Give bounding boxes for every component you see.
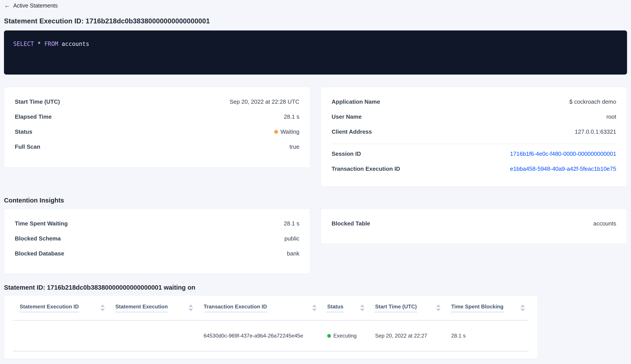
blocked-database-label: Blocked Database xyxy=(15,250,64,257)
application-name-row: Application Name $ cockroach demo xyxy=(332,98,616,105)
blocked-table-value: accounts xyxy=(593,220,616,227)
waiting-on-heading: Statement ID: 1716b218dc0b38380000000000… xyxy=(4,283,627,292)
blocked-table-card: Blocked Table accounts xyxy=(321,209,627,244)
card-divider xyxy=(332,144,616,144)
transaction-execution-id-link[interactable]: e1bba458-5948-40a9-a42f-5feac1b10e75 xyxy=(510,166,616,172)
transaction-execution-id-row: Transaction Execution ID e1bba458-5948-4… xyxy=(332,166,616,172)
cell-statement-execution xyxy=(109,320,197,351)
session-id-label: Session ID xyxy=(332,150,361,157)
back-arrow-icon: ← xyxy=(4,2,10,8)
sql-text: accounts xyxy=(58,40,89,47)
contention-insights-heading: Contention Insights xyxy=(4,196,627,205)
column-header-time-spent-blocking[interactable]: Time Spent Blocking xyxy=(444,296,529,320)
sort-icon[interactable] xyxy=(360,304,364,311)
cell-start-time: Sep 20, 2022 at 22:27 xyxy=(368,320,444,351)
start-time-row: Start Time (UTC) Sep 20, 2022 at 22:28 U… xyxy=(15,98,300,105)
contention-insights-row: Time Spent Waiting 28.1 s Blocked Schema… xyxy=(4,209,627,274)
client-address-value: 127.0.0.1:63321 xyxy=(575,128,616,135)
execution-details-row: Start Time (UTC) Sep 20, 2022 at 22:28 U… xyxy=(4,87,627,187)
column-label: Statement Execution ID xyxy=(20,304,79,312)
sql-statement-box: SELECT * FROM accounts xyxy=(4,30,627,74)
application-name-label: Application Name xyxy=(332,98,380,105)
sql-keyword: FROM xyxy=(44,40,58,47)
time-spent-waiting-value: 28.1 s xyxy=(284,220,300,227)
contention-insights-card: Time Spent Waiting 28.1 s Blocked Schema… xyxy=(4,209,310,274)
sql-text: * xyxy=(34,40,44,47)
session-card: Application Name $ cockroach demo User N… xyxy=(321,87,627,187)
status-text: Waiting xyxy=(280,128,300,135)
waiting-on-table: Statement Execution ID Statement Executi… xyxy=(13,296,529,352)
page-title: Statement Execution ID: 1716b218dc0b3838… xyxy=(4,17,627,26)
back-link-label: Active Statements xyxy=(13,2,58,9)
sort-icon[interactable] xyxy=(436,304,440,311)
cell-statement-execution-id xyxy=(13,320,109,351)
cell-transaction-execution-id: 64530d0c-969f-437e-a9b4-26a72245e45e xyxy=(197,320,320,351)
blocked-schema-row: Blocked Schema public xyxy=(15,236,300,242)
full-scan-value: true xyxy=(290,144,300,150)
client-address-row: Client Address 127.0.0.1:63321 xyxy=(332,128,616,135)
start-time-value: Sep 20, 2022 at 22:28 UTC xyxy=(230,98,300,105)
time-spent-waiting-row: Time Spent Waiting 28.1 s xyxy=(15,220,300,226)
status-waiting-dot-icon xyxy=(274,130,278,134)
elapsed-time-row: Elapsed Time 28.1 s xyxy=(15,114,300,120)
session-id-row: Session ID 1716b1f6-4e0c-f480-0000-00000… xyxy=(332,151,616,157)
column-label: Time Spent Blocking xyxy=(451,304,504,312)
cell-status: Executing xyxy=(320,320,368,351)
full-scan-label: Full Scan xyxy=(15,144,40,150)
column-header-statement-execution-id[interactable]: Statement Execution ID xyxy=(13,296,109,320)
elapsed-time-value: 28.1 s xyxy=(284,114,300,120)
elapsed-time-label: Elapsed Time xyxy=(15,114,52,120)
column-header-statement-execution[interactable]: Statement Execution xyxy=(109,296,197,320)
sql-statement: SELECT * FROM accounts xyxy=(13,40,89,47)
back-link[interactable]: ← Active Statements xyxy=(4,2,627,9)
status-value: Waiting xyxy=(274,128,300,135)
transaction-execution-id-label: Transaction Execution ID xyxy=(332,166,400,172)
table-header-row: Statement Execution ID Statement Executi… xyxy=(13,296,529,320)
status-label: Status xyxy=(15,128,32,135)
status-row: Status Waiting xyxy=(15,128,300,135)
blocked-table-row: Blocked Table accounts xyxy=(332,220,616,226)
user-name-label: User Name xyxy=(332,114,362,120)
user-name-value: root xyxy=(606,114,616,120)
column-label: Status xyxy=(327,304,343,312)
sort-icon[interactable] xyxy=(189,304,193,311)
column-label: Transaction Execution ID xyxy=(204,304,267,312)
waiting-on-table-card: Statement Execution ID Statement Executi… xyxy=(4,296,538,359)
column-header-status[interactable]: Status xyxy=(320,296,368,320)
application-name-value: $ cockroach demo xyxy=(570,98,616,105)
client-address-label: Client Address xyxy=(332,128,372,135)
sort-icon[interactable] xyxy=(520,304,525,311)
blocked-schema-label: Blocked Schema xyxy=(15,235,61,242)
column-header-start-time[interactable]: Start Time (UTC) xyxy=(368,296,444,320)
session-id-link[interactable]: 1716b1f6-4e0c-f480-0000-000000000001 xyxy=(510,150,616,157)
start-time-label: Start Time (UTC) xyxy=(15,98,60,105)
sort-icon[interactable] xyxy=(312,304,316,311)
table-row: 64530d0c-969f-437e-a9b4-26a72245e45e Exe… xyxy=(13,320,529,351)
status-text: Executing xyxy=(333,333,356,339)
sql-keyword: SELECT xyxy=(13,40,34,47)
cell-time-spent-blocking: 28.1 s xyxy=(444,320,529,351)
time-spent-waiting-label: Time Spent Waiting xyxy=(15,220,68,227)
sort-icon[interactable] xyxy=(100,304,105,311)
blocked-table-label: Blocked Table xyxy=(332,220,370,227)
blocked-database-row: Blocked Database bank xyxy=(15,250,300,256)
overview-card: Start Time (UTC) Sep 20, 2022 at 22:28 U… xyxy=(4,87,310,168)
column-header-transaction-execution-id[interactable]: Transaction Execution ID xyxy=(197,296,320,320)
column-label: Start Time (UTC) xyxy=(375,304,417,312)
statement-execution-page: ← Active Statements Statement Execution … xyxy=(0,0,631,359)
full-scan-row: Full Scan true xyxy=(15,144,300,150)
status-executing-dot-icon xyxy=(327,334,331,338)
blocked-schema-value: public xyxy=(284,235,300,242)
blocked-database-value: bank xyxy=(287,250,300,257)
user-name-row: User Name root xyxy=(332,114,616,120)
column-label: Statement Execution xyxy=(116,304,168,312)
